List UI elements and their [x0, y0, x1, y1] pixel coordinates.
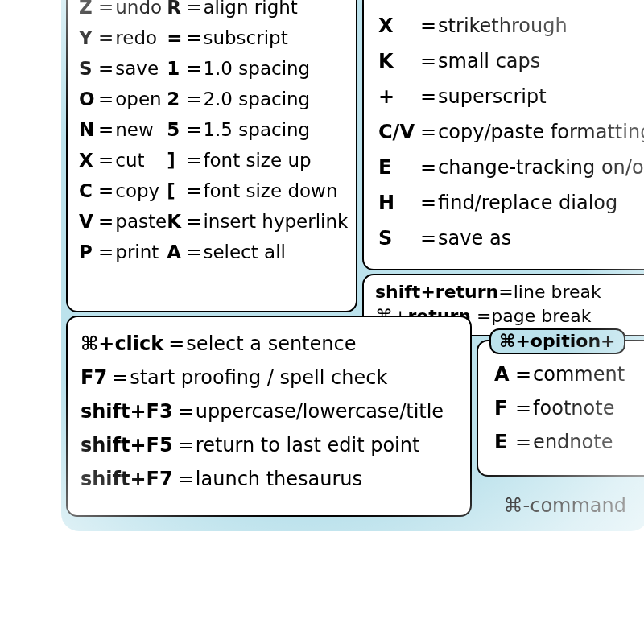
shortcut-key: shift+F5	[80, 428, 178, 462]
row-line-break: shift+return=line break	[375, 280, 644, 304]
shortcut-desc: launch thesaurus	[196, 462, 362, 496]
shortcut-row: H =find/replace dialog	[378, 185, 644, 221]
shortcut-desc: line break	[514, 282, 601, 302]
equals-sign: =	[420, 221, 438, 256]
shortcut-key: E	[378, 150, 420, 185]
shortcut-desc: start proofing / spell check	[130, 361, 387, 394]
equals-sign: =	[186, 145, 203, 175]
equals-sign: =	[98, 84, 115, 114]
shortcut-desc: footnote	[533, 391, 614, 425]
shortcut-row: K =small caps	[378, 43, 644, 79]
shortcut-row: 2 =2.0 spacing	[167, 84, 348, 114]
shortcut-row: Y=redo	[79, 23, 167, 53]
equals-sign: =	[515, 425, 533, 459]
shortcut-key: F7	[80, 361, 112, 394]
shortcut-desc: select a sentence	[186, 327, 356, 361]
shortcut-row: = =subscript	[167, 23, 348, 53]
shortcut-desc: font size up	[203, 145, 311, 175]
shortcut-desc: subscript	[203, 23, 287, 53]
shortcut-row: V=paste	[79, 206, 167, 237]
panel-inner: A =commentF =footnoteE =endnote	[478, 341, 644, 467]
shortcut-row: ] =font size up	[167, 145, 348, 175]
shortcut-row: E =change-tracking on/off	[378, 150, 644, 185]
shortcut-row: K =insert hyperlink	[167, 206, 348, 237]
shortcut-desc: select all	[203, 237, 286, 267]
shortcut-key: C/V	[378, 114, 420, 150]
shortcut-desc: font size down	[203, 175, 337, 206]
shortcut-key: 2	[167, 84, 186, 114]
shortcut-key: R	[167, 0, 186, 23]
equals-sign: =	[98, 23, 115, 53]
shortcut-desc: 1.5 spacing	[203, 114, 310, 145]
shortcut-key: A	[167, 237, 186, 267]
equals-sign: =	[420, 114, 438, 150]
equals-sign: =	[98, 237, 115, 267]
equals-sign: =	[420, 43, 438, 79]
shortcut-key: shift+F3	[80, 394, 178, 428]
shortcut-desc: find/replace dialog	[438, 185, 617, 221]
equals-sign: =	[420, 150, 438, 185]
shortcut-key: O	[79, 84, 98, 114]
panel-command-shift-shortcuts: D =double underlineX =strikethroughK =sm…	[362, 0, 644, 270]
shortcut-key: D	[378, 0, 420, 8]
shortcut-desc: undo	[115, 0, 162, 23]
column-right: L =align leftR =align right= =subscript1…	[167, 0, 348, 298]
shortcut-desc: return to last edit point	[196, 428, 420, 462]
shortcut-row: P=print	[79, 237, 167, 267]
shortcut-row: N=new	[79, 114, 167, 145]
equals-sign: =	[98, 206, 115, 237]
shortcut-row: shift+F3 =uppercase/lowercase/title	[80, 394, 460, 428]
shortcut-key: Y	[79, 23, 98, 53]
shortcut-row: F =footnote	[494, 391, 644, 425]
equals-sign: =	[420, 8, 438, 43]
shortcut-desc: new	[115, 114, 154, 145]
shortcut-desc: 2.0 spacing	[203, 84, 310, 114]
shortcut-row: A =comment	[494, 357, 644, 391]
shortcut-row: Z=undo	[79, 0, 167, 23]
shortcut-key: K	[167, 206, 186, 237]
shortcut-row: O=open	[79, 84, 167, 114]
shortcut-desc: comment	[533, 357, 625, 391]
shortcut-desc: cut	[115, 145, 144, 175]
shortcut-key: C	[79, 175, 98, 206]
shortcut-row: C=copy	[79, 175, 167, 206]
equals-sign: =	[98, 114, 115, 145]
shortcut-row: F7 =start proofing / spell check	[80, 361, 460, 394]
legend-command: ⌘-command	[504, 494, 626, 517]
shortcut-row: X =strikethrough	[378, 8, 644, 43]
shortcut-row: S =save as	[378, 221, 644, 256]
shortcut-key: ]	[167, 145, 186, 175]
two-column-layout: D=fontZ=undoY=redoS=saveO=openN=newX=cut…	[68, 0, 356, 306]
shortcut-desc: print	[115, 237, 159, 267]
shortcut-row: 5 =1.5 spacing	[167, 114, 348, 145]
shortcut-key: =	[167, 23, 186, 53]
equals-sign: =	[186, 23, 203, 53]
equals-sign: =	[186, 175, 203, 206]
shortcut-desc: superscript	[438, 79, 546, 114]
shortcut-desc: uppercase/lowercase/title	[196, 394, 444, 428]
shortcut-desc: endnote	[533, 425, 613, 459]
equals-sign: =	[477, 306, 491, 326]
shortcut-desc: save as	[438, 221, 511, 256]
column-left: D=fontZ=undoY=redoS=saveO=openN=newX=cut…	[79, 0, 167, 298]
shortcut-key: S	[378, 221, 420, 256]
shortcut-key: E	[494, 425, 515, 459]
shortcut-key: +	[378, 79, 420, 114]
shortcut-key: A	[494, 357, 515, 391]
shortcut-key: Z	[79, 0, 98, 23]
shortcut-row: S=save	[79, 53, 167, 84]
shortcut-row: + =superscript	[378, 79, 644, 114]
equals-sign: =	[498, 282, 513, 302]
shortcut-row: E =endnote	[494, 425, 644, 459]
equals-sign: =	[178, 428, 196, 462]
shortcut-row: shift+F5 =return to last edit point	[80, 428, 460, 462]
shortcut-key: K	[378, 43, 420, 79]
shortcut-key: 5	[167, 114, 186, 145]
shortcut-key: [	[167, 175, 186, 206]
shortcut-key: H	[378, 185, 420, 221]
equals-sign: =	[98, 175, 115, 206]
panel-command-shortcuts: D=fontZ=undoY=redoS=saveO=openN=newX=cut…	[66, 0, 357, 312]
shortcut-desc: redo	[115, 23, 157, 53]
equals-sign: =	[98, 0, 115, 23]
shortcut-row: A =select all	[167, 237, 348, 267]
